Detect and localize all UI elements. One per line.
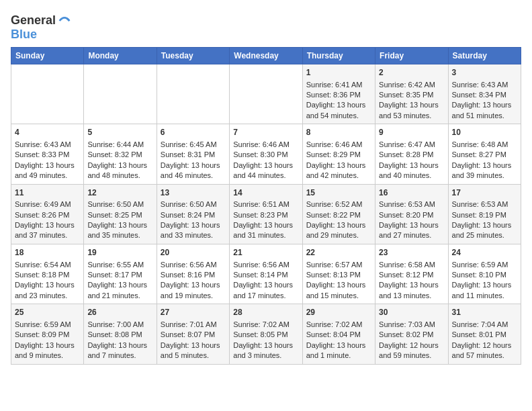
calendar-cell — [11, 64, 84, 124]
day-info: and 42 minutes. — [306, 171, 371, 181]
day-info: Sunset: 8:35 PM — [379, 90, 444, 100]
calendar-cell: 26Sunrise: 7:00 AMSunset: 8:08 PMDayligh… — [84, 304, 157, 364]
calendar-cell: 9Sunrise: 6:47 AMSunset: 8:28 PMDaylight… — [375, 124, 448, 184]
day-info: Daylight: 12 hours — [452, 340, 517, 351]
day-info: Daylight: 13 hours — [233, 161, 298, 171]
day-info: and 54 minutes. — [306, 111, 371, 121]
day-info: Daylight: 13 hours — [452, 220, 517, 230]
calendar-cell: 3Sunrise: 6:43 AMSunset: 8:34 PMDaylight… — [448, 64, 521, 124]
day-info: Sunrise: 7:04 AM — [452, 320, 517, 330]
day-info: Sunset: 8:01 PM — [452, 330, 517, 340]
logo: General Blue — [11, 13, 72, 42]
calendar-cell: 29Sunrise: 7:02 AMSunset: 8:04 PMDayligh… — [302, 304, 375, 364]
day-info: Daylight: 13 hours — [306, 340, 371, 351]
day-number: 9 — [379, 127, 444, 138]
calendar-cell: 8Sunrise: 6:46 AMSunset: 8:29 PMDaylight… — [302, 124, 375, 184]
day-info: Sunset: 8:29 PM — [306, 150, 371, 160]
day-info: Daylight: 13 hours — [379, 220, 444, 230]
day-info: Daylight: 13 hours — [379, 161, 444, 171]
day-info: and 44 minutes. — [233, 171, 298, 181]
day-info: Sunset: 8:07 PM — [161, 330, 226, 340]
day-info: Sunrise: 6:52 AM — [306, 199, 371, 210]
day-number: 15 — [306, 187, 371, 199]
day-number: 21 — [233, 247, 298, 259]
page-header: General Blue — [11, 11, 521, 42]
calendar-cell: 14Sunrise: 6:51 AMSunset: 8:23 PMDayligh… — [230, 184, 302, 244]
day-number: 22 — [306, 247, 371, 259]
calendar-cell: 22Sunrise: 6:57 AMSunset: 8:13 PMDayligh… — [302, 244, 375, 304]
day-info: Daylight: 13 hours — [233, 220, 298, 230]
day-info: Daylight: 13 hours — [87, 220, 152, 230]
day-number: 19 — [87, 247, 152, 259]
day-info: and 27 minutes. — [379, 230, 444, 240]
day-info: Sunset: 8:09 PM — [15, 330, 80, 340]
day-info: and 53 minutes. — [379, 111, 444, 121]
day-info: Daylight: 13 hours — [306, 100, 371, 110]
day-info: and 23 minutes. — [15, 291, 80, 301]
day-info: and 39 minutes. — [452, 171, 517, 181]
day-info: Sunset: 8:12 PM — [379, 270, 444, 280]
day-info: and 29 minutes. — [306, 230, 371, 240]
day-info: and 33 minutes. — [161, 230, 226, 240]
day-number: 10 — [452, 127, 517, 138]
column-header-thursday: Thursday — [302, 47, 375, 64]
calendar-cell: 20Sunrise: 6:56 AMSunset: 8:16 PMDayligh… — [157, 244, 229, 304]
day-info: Sunset: 8:17 PM — [87, 270, 152, 280]
day-info: Sunset: 8:04 PM — [306, 330, 371, 340]
day-number: 20 — [161, 247, 226, 259]
day-info: Sunrise: 6:55 AM — [87, 260, 152, 270]
day-number: 30 — [379, 307, 444, 318]
day-info: Daylight: 13 hours — [233, 280, 298, 290]
day-info: Daylight: 13 hours — [379, 100, 444, 110]
calendar-cell — [84, 64, 157, 124]
day-info: Sunset: 8:02 PM — [379, 330, 444, 340]
day-info: Sunset: 8:28 PM — [379, 150, 444, 160]
day-info: Sunrise: 6:44 AM — [87, 140, 152, 150]
day-info: and 13 minutes. — [379, 291, 444, 301]
day-info: Sunrise: 6:58 AM — [379, 260, 444, 270]
day-info: and 11 minutes. — [452, 291, 517, 301]
calendar-cell: 2Sunrise: 6:42 AMSunset: 8:35 PMDaylight… — [375, 64, 448, 124]
day-info: Sunrise: 6:59 AM — [452, 260, 517, 270]
day-info: Sunset: 8:31 PM — [161, 150, 226, 160]
day-info: Sunrise: 6:57 AM — [306, 260, 371, 270]
calendar-cell: 13Sunrise: 6:50 AMSunset: 8:24 PMDayligh… — [157, 184, 229, 244]
day-info: Sunrise: 6:41 AM — [306, 80, 371, 90]
calendar-cell: 21Sunrise: 6:56 AMSunset: 8:14 PMDayligh… — [230, 244, 302, 304]
column-header-monday: Monday — [84, 47, 157, 64]
day-info: Sunset: 8:19 PM — [452, 210, 517, 220]
day-info: Sunset: 8:26 PM — [15, 210, 80, 220]
day-info: Sunrise: 6:53 AM — [379, 199, 444, 210]
day-info: Sunset: 8:22 PM — [306, 210, 371, 220]
column-header-wednesday: Wednesday — [230, 47, 302, 64]
day-info: and 48 minutes. — [87, 171, 152, 181]
day-number: 25 — [15, 307, 80, 318]
day-info: and 51 minutes. — [452, 111, 517, 121]
day-info: and 9 minutes. — [15, 351, 80, 361]
day-info: Sunrise: 6:50 AM — [87, 199, 152, 210]
day-info: and 59 minutes. — [379, 351, 444, 361]
day-info: Sunrise: 6:43 AM — [452, 80, 517, 90]
day-info: Daylight: 13 hours — [452, 100, 517, 110]
day-info: Daylight: 13 hours — [306, 161, 371, 171]
day-info: Sunrise: 6:53 AM — [452, 199, 517, 210]
day-info: Sunset: 8:36 PM — [306, 90, 371, 100]
day-info: Sunrise: 7:02 AM — [306, 320, 371, 330]
day-info: and 17 minutes. — [233, 291, 298, 301]
day-info: Daylight: 13 hours — [87, 161, 152, 171]
day-info: Daylight: 13 hours — [15, 340, 80, 351]
day-info: Sunset: 8:14 PM — [233, 270, 298, 280]
day-info: and 57 minutes. — [452, 351, 517, 361]
day-number: 3 — [452, 67, 517, 79]
day-info: Sunrise: 6:42 AM — [379, 80, 444, 90]
day-info: Daylight: 13 hours — [379, 280, 444, 290]
day-info: Sunrise: 6:59 AM — [15, 320, 80, 330]
day-info: Sunset: 8:30 PM — [233, 150, 298, 160]
day-number: 13 — [161, 187, 226, 199]
day-info: and 25 minutes. — [452, 230, 517, 240]
column-header-sunday: Sunday — [11, 47, 84, 64]
day-info: Daylight: 13 hours — [306, 220, 371, 230]
calendar-cell — [230, 64, 302, 124]
day-info: Daylight: 13 hours — [161, 220, 226, 230]
day-info: Daylight: 13 hours — [87, 280, 152, 290]
